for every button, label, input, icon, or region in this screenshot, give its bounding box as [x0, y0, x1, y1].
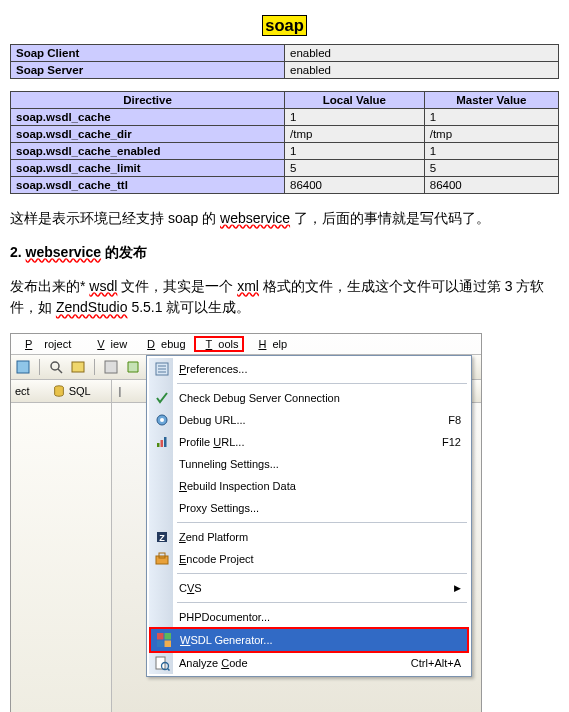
paragraph-2: 发布出来的* wsdl 文件，其实是一个 xml 格式的文件，生成这个文件可以通…	[10, 276, 559, 319]
table-row: soap.wsdl_cache_limit55	[11, 160, 559, 177]
encode-icon	[153, 550, 171, 568]
toolbar-separator	[39, 359, 40, 375]
label-cell: Soap Server	[11, 62, 285, 79]
svg-rect-15	[164, 437, 167, 447]
table-row: Soap Server enabled	[11, 62, 559, 79]
menu-help[interactable]: Help	[246, 336, 293, 352]
svg-rect-3	[72, 362, 84, 372]
search-icon[interactable]	[48, 359, 64, 375]
menu-item-phpdocumentor[interactable]: PHPDocumentor...	[149, 606, 469, 628]
menu-item-zend-platform[interactable]: Z Zend Platform	[149, 526, 469, 548]
menu-item-check-debug[interactable]: Check Debug Server Connection	[149, 387, 469, 409]
shortcut-label: F12	[442, 436, 461, 448]
toolbar-separator	[94, 359, 95, 375]
shortcut-label: Ctrl+Alt+A	[411, 657, 461, 669]
svg-point-12	[160, 418, 164, 422]
menu-item-wsdl-generator[interactable]: WSDL Generator...	[150, 628, 468, 652]
value-cell: enabled	[285, 45, 559, 62]
menu-separator	[177, 383, 467, 384]
menu-item-cvs[interactable]: CVS ▶	[149, 577, 469, 599]
menu-separator	[177, 602, 467, 603]
toolbar-icon-1[interactable]	[15, 359, 31, 375]
table-row: soap.wsdl_cache_dir/tmp/tmp	[11, 126, 559, 143]
svg-rect-21	[165, 633, 172, 640]
menu-item-debug-url[interactable]: Debug URL... F8	[149, 409, 469, 431]
menu-debug[interactable]: Debug	[135, 336, 191, 352]
svg-line-2	[58, 369, 62, 373]
check-icon	[153, 389, 171, 407]
svg-rect-20	[157, 633, 164, 640]
label-cell: Soap Client	[11, 45, 285, 62]
toolbar-icon-5[interactable]	[125, 359, 141, 375]
menu-item-tunneling[interactable]: Tunneling Settings...	[149, 453, 469, 475]
svg-rect-22	[157, 641, 164, 648]
ide-screenshot: Project View Debug Tools Help ect SQL ||	[10, 333, 482, 712]
analyze-icon	[153, 654, 171, 672]
menu-item-rebuild[interactable]: Rebuild Inspection Data	[149, 475, 469, 497]
menubar: Project View Debug Tools Help	[11, 334, 481, 355]
th-local-value: Local Value	[285, 92, 425, 109]
menu-item-preferences[interactable]: Preferences...	[149, 358, 469, 380]
menu-separator	[177, 573, 467, 574]
menu-item-encode-project[interactable]: Encode Project	[149, 548, 469, 570]
value-cell: enabled	[285, 62, 559, 79]
submenu-arrow-icon: ▶	[454, 583, 461, 593]
section-header-2: 2. webservice 的发布	[10, 244, 559, 262]
table-row: soap.wsdl_cache_ttl8640086400	[11, 177, 559, 194]
left-pane	[11, 403, 112, 712]
preferences-icon	[153, 360, 171, 378]
svg-point-1	[51, 362, 59, 370]
th-directive: Directive	[11, 92, 285, 109]
svg-rect-14	[161, 440, 164, 447]
menu-item-profile-url[interactable]: Profile URL... F12	[149, 431, 469, 453]
menu-project[interactable]: Project	[13, 336, 83, 352]
toolbar-icon-4[interactable]	[103, 359, 119, 375]
table-row: soap.wsdl_cache11	[11, 109, 559, 126]
profile-icon	[153, 433, 171, 451]
menu-separator	[177, 522, 467, 523]
soap-enabled-table: Soap Client enabled Soap Server enabled	[10, 44, 559, 79]
svg-rect-0	[17, 361, 29, 373]
ect-label: ect	[15, 385, 30, 397]
wsdl-icon	[155, 631, 173, 649]
table-row: Soap Client enabled	[11, 45, 559, 62]
svg-rect-18	[156, 556, 168, 564]
soap-banner: soap	[262, 15, 307, 36]
th-master-value: Master Value	[424, 92, 558, 109]
paragraph-1: 这样是表示环境已经支持 soap 的 webservice 了，后面的事情就是写…	[10, 208, 559, 230]
table-row: soap.wsdl_cache_enabled11	[11, 143, 559, 160]
menu-item-analyze-code[interactable]: Analyze Code Ctrl+Alt+A	[149, 652, 469, 674]
svg-text:Z: Z	[159, 533, 165, 543]
sql-icon[interactable]: SQL	[52, 384, 91, 398]
debug-icon	[153, 411, 171, 429]
shortcut-label: F8	[448, 414, 461, 426]
menu-view[interactable]: View	[85, 336, 133, 352]
table-header-row: Directive Local Value Master Value	[11, 92, 559, 109]
soap-directives-table: Directive Local Value Master Value soap.…	[10, 91, 559, 194]
tools-dropdown-menu: Preferences... Check Debug Server Connec…	[146, 355, 472, 677]
svg-rect-4	[105, 361, 117, 373]
svg-line-26	[168, 669, 170, 671]
menu-item-proxy[interactable]: Proxy Settings...	[149, 497, 469, 519]
menu-tools[interactable]: Tools	[194, 336, 245, 352]
svg-rect-13	[157, 443, 160, 447]
svg-rect-23	[165, 641, 172, 648]
toolbar-icon-3[interactable]	[70, 359, 86, 375]
zend-icon: Z	[153, 528, 171, 546]
